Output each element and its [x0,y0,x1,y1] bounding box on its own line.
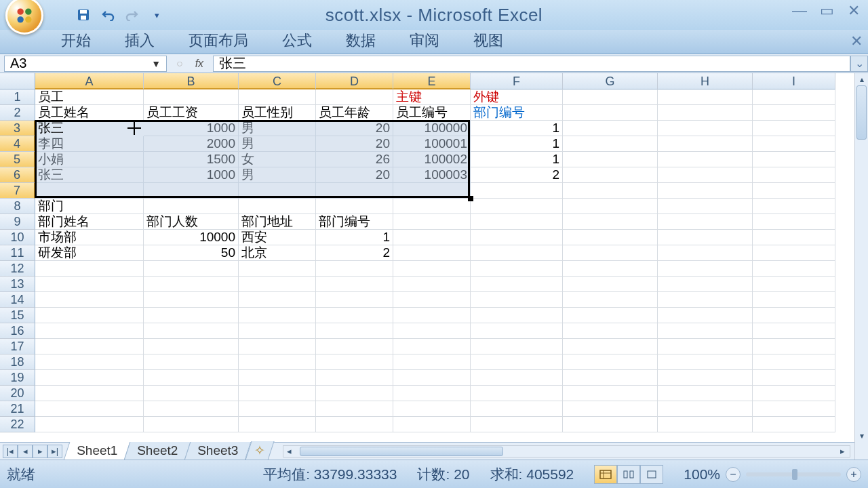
cell-B5[interactable]: 1500 [144,152,239,167]
cell-G2[interactable] [563,105,658,121]
row-header-18[interactable]: 18 [0,354,35,370]
row-header-3[interactable]: 3 [0,121,35,136]
cell-I11[interactable] [753,245,835,261]
cell-D15[interactable] [316,308,393,323]
cell-C14[interactable] [239,292,316,308]
cell-G16[interactable] [563,323,658,339]
cell-C20[interactable] [239,386,316,401]
close-button[interactable]: ✕ [844,3,864,19]
save-icon[interactable] [76,7,91,22]
cell-E14[interactable] [393,292,471,308]
horizontal-scrollbar[interactable]: ◂ ▸ [283,445,850,458]
row-header-1[interactable]: 1 [0,89,35,105]
vscroll-down-icon[interactable]: ▾ [855,430,868,442]
cell-I3[interactable] [753,121,835,136]
cell-G13[interactable] [563,277,658,292]
cell-E8[interactable] [393,199,471,214]
column-header-B[interactable]: B [144,73,239,89]
cell-G18[interactable] [563,354,658,370]
cell-I9[interactable] [753,214,835,230]
column-header-D[interactable]: D [316,73,393,89]
cell-E1[interactable]: 主键 [393,89,471,105]
cell-D7[interactable] [316,183,393,199]
cancel-formula-icon[interactable]: ○ [176,58,183,70]
ribbon-tab-view[interactable]: 视图 [469,28,507,54]
cell-H12[interactable] [658,261,753,277]
cell-H9[interactable] [658,214,753,230]
ribbon-tab-home[interactable]: 开始 [57,28,95,54]
cell-I2[interactable] [753,105,835,121]
cell-D2[interactable]: 员工年龄 [316,105,393,121]
cell-H10[interactable] [658,230,753,245]
row-header-12[interactable]: 12 [0,261,35,277]
cell-C4[interactable]: 男 [239,136,316,152]
view-normal-button[interactable] [594,465,617,484]
column-header-A[interactable]: A [35,73,144,89]
hscroll-right-icon[interactable]: ▸ [836,446,848,456]
cell-B10[interactable]: 10000 [144,230,239,245]
cell-A4[interactable]: 李四 [35,136,144,152]
cell-B17[interactable] [144,339,239,354]
zoom-out-button[interactable]: − [726,467,741,482]
cell-H5[interactable] [658,152,753,167]
cell-I22[interactable] [753,417,835,432]
cell-F7[interactable] [471,183,563,199]
cell-A14[interactable] [35,292,144,308]
cell-G21[interactable] [563,401,658,417]
vertical-scrollbar[interactable]: ▴ ▾ [854,73,868,460]
cell-D1[interactable] [316,89,393,105]
cell-I4[interactable] [753,136,835,152]
cell-B4[interactable]: 2000 [144,136,239,152]
cell-D6[interactable]: 20 [316,167,393,183]
cell-F18[interactable] [471,354,563,370]
cell-C19[interactable] [239,370,316,386]
vscroll-up-icon[interactable]: ▴ [855,73,868,85]
cell-D10[interactable]: 1 [316,230,393,245]
cell-F17[interactable] [471,339,563,354]
cell-A16[interactable] [35,323,144,339]
cell-D17[interactable] [316,339,393,354]
cell-H16[interactable] [658,323,753,339]
cell-C9[interactable]: 部门地址 [239,214,316,230]
cell-B15[interactable] [144,308,239,323]
cell-F16[interactable] [471,323,563,339]
column-header-E[interactable]: E [393,73,471,89]
row-header-4[interactable]: 4 [0,136,35,152]
cell-B8[interactable] [144,199,239,214]
cell-B2[interactable]: 员工工资 [144,105,239,121]
ribbon-tab-insert[interactable]: 插入 [121,28,159,54]
cell-G22[interactable] [563,417,658,432]
cell-B21[interactable] [144,401,239,417]
cell-A15[interactable] [35,308,144,323]
cell-I7[interactable] [753,183,835,199]
cell-H4[interactable] [658,136,753,152]
cell-G20[interactable] [563,386,658,401]
undo-icon[interactable] [100,7,115,22]
cell-E2[interactable]: 员工编号 [393,105,471,121]
vscroll-thumb[interactable] [856,85,867,140]
cell-H15[interactable] [658,308,753,323]
cell-A22[interactable] [35,417,144,432]
cell-I19[interactable] [753,370,835,386]
ribbon-tab-data[interactable]: 数据 [342,28,380,54]
row-header-15[interactable]: 15 [0,308,35,323]
cell-E20[interactable] [393,386,471,401]
cell-F4[interactable]: 1 [471,136,563,152]
cell-B11[interactable]: 50 [144,245,239,261]
cell-A10[interactable]: 市场部 [35,230,144,245]
cell-H17[interactable] [658,339,753,354]
cell-C12[interactable] [239,261,316,277]
redo-icon[interactable] [125,7,140,22]
cell-I8[interactable] [753,199,835,214]
column-header-I[interactable]: I [753,73,835,89]
cell-B1[interactable] [144,89,239,105]
cell-H18[interactable] [658,354,753,370]
cell-F2[interactable]: 部门编号 [471,105,563,121]
cell-G12[interactable] [563,261,658,277]
cell-D5[interactable]: 26 [316,152,393,167]
cell-H1[interactable] [658,89,753,105]
cell-C2[interactable]: 员工性别 [239,105,316,121]
cell-E19[interactable] [393,370,471,386]
cell-I12[interactable] [753,261,835,277]
row-header-2[interactable]: 2 [0,105,35,121]
